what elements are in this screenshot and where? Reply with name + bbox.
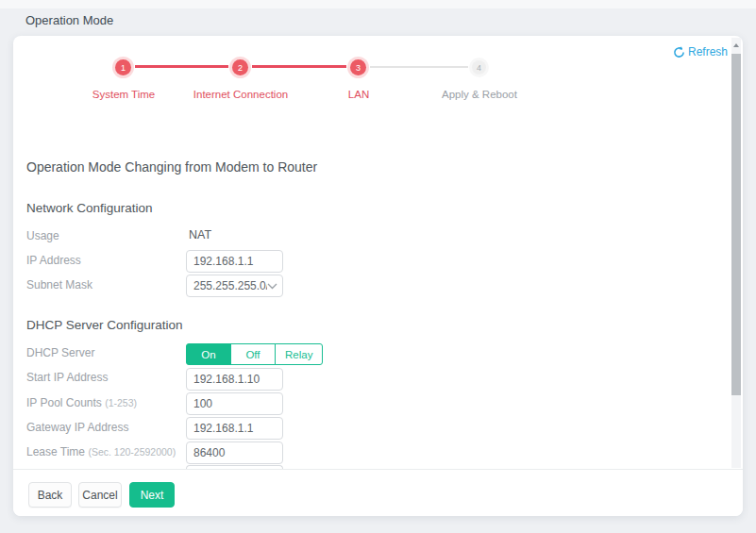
lease-time-input[interactable] xyxy=(186,441,283,464)
scroll-up-arrow-icon xyxy=(733,43,739,47)
wizard-scroll-area: Refresh 1 2 3 4 System Time Internet Con… xyxy=(13,36,743,469)
dhcp-server-label: DHCP Server xyxy=(26,346,94,359)
start-ip-label: Start IP Address xyxy=(26,371,109,384)
gateway-ip-input[interactable] xyxy=(186,417,283,440)
step-circle-lan[interactable]: 3 xyxy=(350,59,366,75)
step-circle-system-time[interactable]: 1 xyxy=(115,59,131,75)
step-label-internet-connection: Internet Connection xyxy=(165,89,316,100)
ip-address-input[interactable] xyxy=(186,250,283,273)
operation-mode-card: Refresh 1 2 3 4 System Time Internet Con… xyxy=(13,36,743,516)
step-label-apply-reboot: Apply & Reboot xyxy=(423,89,536,100)
subnet-mask-value: 255.255.255.0/... xyxy=(193,279,267,292)
page-top-strip xyxy=(0,0,756,8)
step-label-system-time: System Time xyxy=(67,89,180,100)
dhcp-server-toggle: On Off Relay xyxy=(186,343,323,365)
gateway-ip-label: Gateway IP Address xyxy=(26,421,129,434)
ip-pool-label: IP Pool Counts (1-253) xyxy=(26,396,137,409)
refresh-icon xyxy=(673,46,685,58)
wizard-heading: Operation Mode Changing from Modem to Ro… xyxy=(26,159,317,175)
step-label-lan: LAN xyxy=(321,89,396,100)
usage-value: NAT xyxy=(189,228,211,242)
lease-time-label: Lease Time (Sec. 120-2592000) xyxy=(26,445,176,458)
ip-pool-input[interactable] xyxy=(186,392,283,415)
dhcp-configuration-title: DHCP Server Configuration xyxy=(26,318,183,332)
scrollbar-thumb[interactable] xyxy=(731,54,741,395)
vertical-scrollbar[interactable] xyxy=(731,38,741,468)
network-configuration-title: Network Configuration xyxy=(26,201,153,215)
subnet-mask-label: Subnet Mask xyxy=(26,278,92,291)
stepper-line-3-4 xyxy=(370,66,468,68)
subnet-mask-select[interactable]: 255.255.255.0/... xyxy=(186,275,283,297)
dhcp-relay-button[interactable]: Relay xyxy=(275,343,323,365)
dhcp-off-button[interactable]: Off xyxy=(230,343,276,365)
lease-time-hint: (Sec. 120-2592000) xyxy=(88,446,176,458)
wizard-footer: Back Cancel Next xyxy=(13,469,743,516)
step-circle-apply-reboot[interactable]: 4 xyxy=(472,60,486,75)
usage-label: Usage xyxy=(26,229,59,242)
stepper-line-1-2 xyxy=(135,65,228,68)
scroll-up-button[interactable] xyxy=(731,38,741,52)
back-button[interactable]: Back xyxy=(28,482,72,508)
start-ip-input[interactable] xyxy=(186,368,283,391)
cancel-button[interactable]: Cancel xyxy=(78,482,122,508)
step-circle-internet-connection[interactable]: 2 xyxy=(232,59,248,75)
refresh-button[interactable]: Refresh xyxy=(673,45,728,58)
refresh-label: Refresh xyxy=(688,45,728,58)
next-button[interactable]: Next xyxy=(129,482,175,508)
dhcp-on-button[interactable]: On xyxy=(186,343,231,365)
chevron-down-icon xyxy=(267,283,277,290)
ip-pool-hint: (1-253) xyxy=(105,397,137,408)
page-title: Operation Mode xyxy=(25,13,113,27)
ip-address-label: IP Address xyxy=(26,254,81,267)
stepper-line-2-3 xyxy=(252,65,346,68)
